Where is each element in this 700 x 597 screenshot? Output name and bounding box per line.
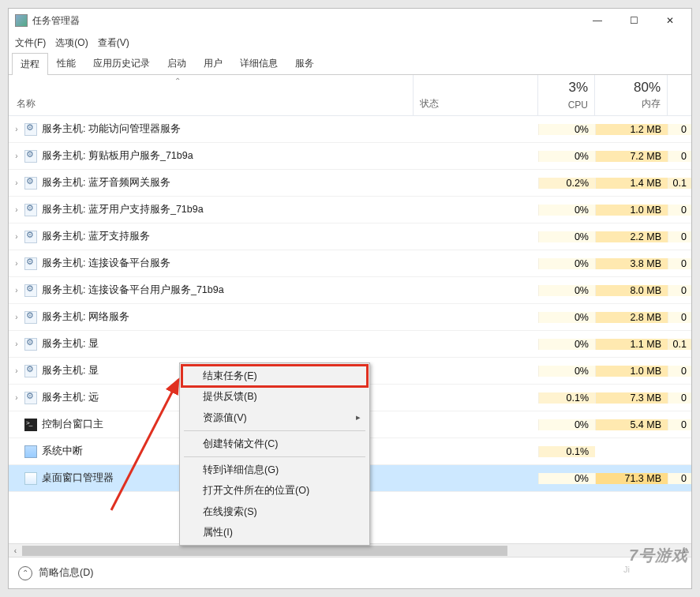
scroll-thumb[interactable] xyxy=(22,546,507,556)
expand-icon[interactable]: › xyxy=(9,232,24,241)
cpu-cell: 0% xyxy=(538,473,595,484)
disk-cell: 0 xyxy=(668,285,691,296)
close-button[interactable]: ✕ xyxy=(652,9,688,32)
disk-cell: 0 xyxy=(668,205,691,216)
disk-cell: 0 xyxy=(668,231,691,242)
chevron-up-icon[interactable]: ⌃ xyxy=(18,566,32,580)
process-name: 服务主机: 网络服务 xyxy=(42,310,414,324)
menu-item[interactable]: 创建转储文件(C) xyxy=(182,434,367,454)
disk-cell: 0 xyxy=(668,124,691,135)
dwm-icon xyxy=(24,472,37,485)
mem-cell: 71.3 MB xyxy=(595,473,668,484)
cpu-cell: 0.1% xyxy=(538,446,595,457)
process-row[interactable]: ›服务主机: 网络服务0%2.8 MB0 xyxy=(9,304,691,331)
header-cpu-value: 3% xyxy=(545,80,588,96)
header-memory[interactable]: 80% 内存 xyxy=(595,75,668,115)
expand-icon[interactable]: › xyxy=(9,178,24,187)
menu-view[interactable]: 查看(V) xyxy=(98,36,129,50)
menu-item[interactable]: 打开文件所在的位置(O) xyxy=(182,480,367,501)
disk-cell: 0 xyxy=(668,366,691,377)
task-manager-window: 任务管理器 — ☐ ✕ 文件(F) 选项(O) 查看(V) 进程 性能 应用历史… xyxy=(8,8,692,589)
process-name: 服务主机: 蓝牙用户支持服务_71b9a xyxy=(42,203,414,216)
tab-services[interactable]: 服务 xyxy=(286,52,323,74)
process-row[interactable]: ›服务主机: 功能访问管理器服务0%1.2 MB0 xyxy=(9,116,691,143)
expand-icon[interactable]: › xyxy=(9,152,24,160)
menu-file[interactable]: 文件(F) xyxy=(15,36,46,50)
process-name: 服务主机: 功能访问管理器服务 xyxy=(42,122,414,136)
disk-cell: 0 xyxy=(668,473,691,484)
cpu-cell: 0% xyxy=(538,366,595,377)
header-mem-value: 80% xyxy=(601,80,661,96)
process-name: 服务主机: 连接设备平台用户服务_71b9a xyxy=(42,283,414,297)
process-name: 服务主机: 显 xyxy=(42,337,414,351)
mem-cell: 5.4 MB xyxy=(595,419,668,430)
disk-cell: 0 xyxy=(668,258,691,269)
expand-icon[interactable]: › xyxy=(9,366,24,375)
tab-performance[interactable]: 性能 xyxy=(48,52,84,74)
header-disk[interactable] xyxy=(668,75,691,115)
cpu-cell: 0% xyxy=(538,339,595,350)
cpu-cell: 0% xyxy=(538,205,595,216)
titlebar: 任务管理器 — ☐ ✕ xyxy=(9,9,691,32)
expand-icon[interactable]: › xyxy=(9,393,24,402)
menu-item[interactable]: 提供反馈(B) xyxy=(182,386,367,407)
tab-users[interactable]: 用户 xyxy=(195,52,231,74)
cpu-cell: 0% xyxy=(538,419,595,430)
gear-icon xyxy=(24,365,37,377)
gear-icon xyxy=(24,257,37,270)
process-row[interactable]: ›服务主机: 连接设备平台用户服务_71b9a0%8.0 MB0 xyxy=(9,277,691,304)
header-status[interactable]: 状态 xyxy=(414,75,538,115)
menu-item[interactable]: 在线搜索(S) xyxy=(182,501,367,522)
expand-icon[interactable]: › xyxy=(9,205,24,214)
tab-details[interactable]: 详细信息 xyxy=(231,52,286,74)
menu-options[interactable]: 选项(O) xyxy=(55,36,88,50)
menu-item[interactable]: 属性(I) xyxy=(182,522,367,543)
scroll-right-button[interactable]: › xyxy=(678,544,691,558)
tab-app-history[interactable]: 应用历史记录 xyxy=(84,52,159,74)
expand-icon[interactable]: › xyxy=(9,259,24,268)
menu-item[interactable]: 结束任务(E) xyxy=(182,366,367,386)
header-cpu[interactable]: 3% CPU xyxy=(538,75,595,115)
header-mem-label: 内存 xyxy=(601,97,661,111)
fewer-details-link[interactable]: 简略信息(D) xyxy=(39,566,93,580)
tab-startup[interactable]: 启动 xyxy=(159,52,195,74)
expand-icon[interactable]: › xyxy=(9,313,24,321)
expand-icon[interactable]: › xyxy=(9,125,24,133)
process-row[interactable]: ›服务主机: 蓝牙用户支持服务_71b9a0%1.0 MB0 xyxy=(9,197,691,223)
process-row[interactable]: ›服务主机: 显0%1.1 MB0.1 xyxy=(9,331,691,358)
mem-cell: 1.0 MB xyxy=(595,366,668,377)
column-headers: ⌃ 名称 状态 3% CPU 80% 内存 xyxy=(9,75,691,116)
cpu-cell: 0.1% xyxy=(538,392,595,404)
expand-icon[interactable]: › xyxy=(9,340,24,348)
process-row[interactable]: ›服务主机: 连接设备平台服务0%3.8 MB0 xyxy=(9,250,691,277)
menubar: 文件(F) 选项(O) 查看(V) xyxy=(9,32,691,53)
process-name: 服务主机: 蓝牙支持服务 xyxy=(42,230,414,243)
process-name: 服务主机: 剪贴板用户服务_71b9a xyxy=(42,149,414,163)
gear-icon xyxy=(24,311,37,324)
gear-icon xyxy=(24,392,37,404)
mem-cell: 1.0 MB xyxy=(595,205,668,216)
scroll-track[interactable] xyxy=(22,544,678,558)
gear-icon xyxy=(24,231,37,243)
mem-cell: 1.1 MB xyxy=(595,339,668,350)
mem-cell: 7.3 MB xyxy=(595,392,668,404)
gear-icon xyxy=(24,150,37,163)
mem-cell: 2.8 MB xyxy=(595,312,668,323)
menu-separator xyxy=(184,430,365,431)
sys-icon xyxy=(24,445,37,458)
sort-indicator-icon: ⌃ xyxy=(174,77,181,85)
process-row[interactable]: ›服务主机: 剪贴板用户服务_71b9a0%7.2 MB0 xyxy=(9,143,691,170)
tab-processes[interactable]: 进程 xyxy=(12,53,48,75)
window-title: 任务管理器 xyxy=(32,14,579,28)
gear-icon xyxy=(24,177,37,190)
process-row[interactable]: ›服务主机: 蓝牙支持服务0%2.2 MB0 xyxy=(9,223,691,250)
expand-icon[interactable]: › xyxy=(9,286,24,295)
menu-item[interactable]: 资源值(V) xyxy=(182,407,367,428)
scroll-left-button[interactable]: ‹ xyxy=(9,544,22,558)
process-row[interactable]: ›服务主机: 蓝牙音频网关服务0.2%1.4 MB0.1 xyxy=(9,170,691,197)
header-name[interactable]: 名称 xyxy=(9,75,414,115)
menu-item[interactable]: 转到详细信息(G) xyxy=(182,460,367,480)
minimize-button[interactable]: — xyxy=(579,9,616,32)
process-name: 服务主机: 连接设备平台服务 xyxy=(42,257,414,270)
maximize-button[interactable]: ☐ xyxy=(616,9,652,32)
